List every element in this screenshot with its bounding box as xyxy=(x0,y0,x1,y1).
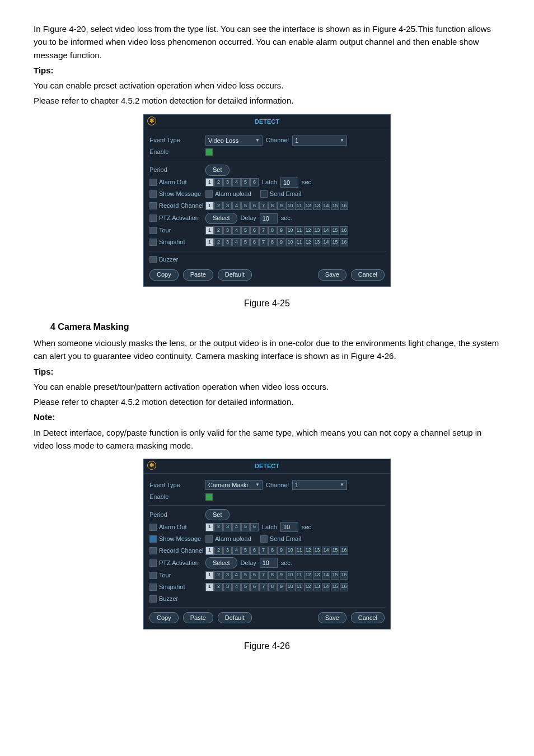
channel-cell[interactable]: 3 xyxy=(223,547,232,555)
ptz-select-button[interactable]: Select xyxy=(205,557,237,568)
channel-cell[interactable]: 14 xyxy=(322,547,330,555)
channel-cell[interactable]: 11 xyxy=(295,226,303,235)
channel-cell[interactable]: 10 xyxy=(286,226,294,235)
send-email-checkbox[interactable] xyxy=(260,535,268,543)
channel-cell[interactable]: 16 xyxy=(340,202,348,210)
channel-cell[interactable]: 10 xyxy=(286,571,294,580)
record-channel-grid[interactable]: 12345678910111213141516 xyxy=(205,202,348,210)
channel-cell[interactable]: 1 xyxy=(205,571,214,580)
channel-cell[interactable]: 14 xyxy=(322,583,330,591)
snapshot-grid[interactable]: 12345678910111213141516 xyxy=(205,583,348,591)
paste-button[interactable]: Paste xyxy=(183,269,213,281)
channel-cell[interactable]: 9 xyxy=(277,583,285,591)
channel-cell[interactable]: 3 xyxy=(223,202,232,210)
channel-cell[interactable]: 14 xyxy=(322,571,330,580)
channel-cell[interactable]: 6 xyxy=(250,547,259,555)
channel-cell[interactable]: 9 xyxy=(277,571,285,580)
channel-cell[interactable]: 16 xyxy=(340,571,348,580)
channel-cell[interactable]: 4 xyxy=(232,571,241,580)
channel-cell[interactable]: 4 xyxy=(232,238,241,246)
snapshot-checkbox[interactable] xyxy=(149,584,157,591)
channel-select[interactable]: 1 ▼ xyxy=(292,136,347,146)
channel-cell[interactable]: 14 xyxy=(322,202,330,210)
buzzer-checkbox[interactable] xyxy=(149,595,157,603)
record-channel-grid[interactable]: 12345678910111213141516 xyxy=(205,547,348,555)
channel-cell[interactable]: 2 xyxy=(214,178,223,186)
channel-cell[interactable]: 5 xyxy=(241,238,250,246)
event-type-select[interactable]: Camera Maski ▼ xyxy=(205,480,263,490)
buzzer-checkbox[interactable] xyxy=(149,256,157,263)
channel-cell[interactable]: 5 xyxy=(241,226,250,235)
channel-cell[interactable]: 7 xyxy=(259,547,268,555)
channel-cell[interactable]: 6 xyxy=(250,178,259,186)
channel-cell[interactable]: 1 xyxy=(205,523,214,531)
paste-button[interactable]: Paste xyxy=(183,612,213,623)
channel-cell[interactable]: 1 xyxy=(205,226,214,235)
channel-cell[interactable]: 15 xyxy=(331,571,339,580)
channel-cell[interactable]: 12 xyxy=(304,202,312,210)
channel-cell[interactable]: 2 xyxy=(214,226,223,235)
alarm-upload-checkbox[interactable] xyxy=(205,535,213,543)
latch-input[interactable]: 10 xyxy=(280,178,298,188)
channel-cell[interactable]: 13 xyxy=(313,202,321,210)
channel-cell[interactable]: 6 xyxy=(250,523,259,531)
channel-cell[interactable]: 3 xyxy=(223,178,232,186)
channel-cell[interactable]: 7 xyxy=(259,202,268,210)
channel-cell[interactable]: 16 xyxy=(340,226,348,235)
channel-cell[interactable]: 2 xyxy=(214,547,223,555)
channel-cell[interactable]: 8 xyxy=(268,202,277,210)
channel-cell[interactable]: 7 xyxy=(259,583,268,591)
channel-cell[interactable]: 4 xyxy=(232,523,241,531)
record-channel-checkbox[interactable] xyxy=(149,202,157,209)
channel-cell[interactable]: 5 xyxy=(241,523,250,531)
channel-cell[interactable]: 9 xyxy=(277,547,285,555)
channel-cell[interactable]: 4 xyxy=(232,178,241,186)
channel-cell[interactable]: 10 xyxy=(286,238,294,246)
channel-cell[interactable]: 12 xyxy=(304,238,312,246)
channel-cell[interactable]: 11 xyxy=(295,202,303,210)
channel-cell[interactable]: 4 xyxy=(232,583,241,591)
latch-input[interactable]: 10 xyxy=(280,522,298,532)
record-channel-checkbox[interactable] xyxy=(149,547,157,554)
copy-button[interactable]: Copy xyxy=(149,269,179,281)
save-button[interactable]: Save xyxy=(318,612,346,623)
channel-cell[interactable]: 6 xyxy=(250,583,259,591)
channel-cell[interactable]: 13 xyxy=(313,238,321,246)
channel-cell[interactable]: 16 xyxy=(340,583,348,591)
channel-cell[interactable]: 3 xyxy=(223,226,232,235)
channel-cell[interactable]: 5 xyxy=(241,547,250,555)
channel-cell[interactable]: 9 xyxy=(277,202,285,210)
channel-cell[interactable]: 7 xyxy=(259,571,268,580)
send-email-checkbox[interactable] xyxy=(260,190,268,198)
enable-checkbox[interactable] xyxy=(205,148,213,156)
channel-cell[interactable]: 6 xyxy=(250,571,259,580)
show-message-checkbox[interactable] xyxy=(149,190,157,198)
channel-cell[interactable]: 13 xyxy=(313,226,321,235)
event-type-select[interactable]: Video Loss ▼ xyxy=(205,136,263,146)
channel-cell[interactable]: 4 xyxy=(232,547,241,555)
channel-cell[interactable]: 12 xyxy=(304,547,312,555)
channel-cell[interactable]: 15 xyxy=(331,238,339,246)
default-button[interactable]: Default xyxy=(218,269,252,281)
channel-cell[interactable]: 11 xyxy=(295,571,303,580)
channel-cell[interactable]: 13 xyxy=(313,583,321,591)
channel-cell[interactable]: 10 xyxy=(286,547,294,555)
channel-cell[interactable]: 7 xyxy=(259,238,268,246)
save-button[interactable]: Save xyxy=(318,269,346,281)
channel-cell[interactable]: 13 xyxy=(313,571,321,580)
channel-cell[interactable]: 16 xyxy=(340,547,348,555)
channel-cell[interactable]: 2 xyxy=(214,583,223,591)
channel-cell[interactable]: 8 xyxy=(268,547,277,555)
channel-cell[interactable]: 16 xyxy=(340,238,348,246)
channel-cell[interactable]: 13 xyxy=(313,547,321,555)
channel-cell[interactable]: 15 xyxy=(331,226,339,235)
snapshot-grid[interactable]: 12345678910111213141516 xyxy=(205,238,348,246)
channel-cell[interactable]: 8 xyxy=(268,226,277,235)
delay-input[interactable]: 10 xyxy=(260,213,278,223)
channel-cell[interactable]: 6 xyxy=(250,226,259,235)
channel-cell[interactable]: 1 xyxy=(205,547,214,555)
channel-cell[interactable]: 14 xyxy=(322,226,330,235)
alarm-out-grid[interactable]: 123456 xyxy=(205,523,259,531)
cancel-button[interactable]: Cancel xyxy=(351,612,385,623)
ptz-select-button[interactable]: Select xyxy=(205,213,237,224)
